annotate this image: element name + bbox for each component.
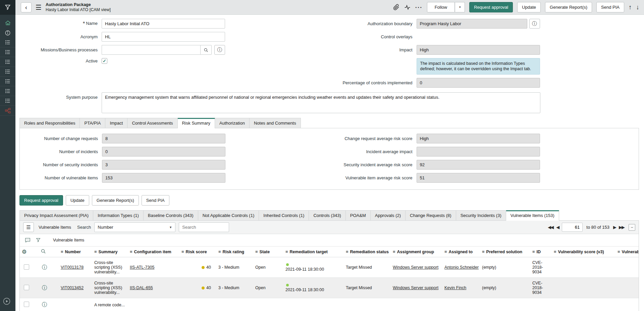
- tab-roles-and-responsibilities[interactable]: Roles and Responsibilities: [19, 118, 80, 128]
- context-menu-icon[interactable]: ☰: [36, 4, 42, 11]
- tab-security-incidents[interactable]: Security Incidents (3): [456, 210, 506, 220]
- more-options-button[interactable]: ●●●: [415, 6, 423, 8]
- sidebar-item-list-4[interactable]: [0, 67, 15, 77]
- name-input[interactable]: [102, 19, 225, 29]
- column-menu-icon[interactable]: ≡: [94, 249, 97, 254]
- row-checkbox[interactable]: [24, 285, 29, 290]
- column-menu-icon[interactable]: ≡: [130, 249, 132, 254]
- tab-information-types[interactable]: Information Types (1): [93, 210, 144, 220]
- follow-button[interactable]: Follow: [427, 2, 455, 12]
- play-circle-icon[interactable]: [3, 297, 11, 305]
- column-menu-icon[interactable]: ≡: [532, 249, 535, 254]
- column-menu-icon[interactable]: ≡: [255, 249, 258, 254]
- send-pia-button-bottom[interactable]: Send PIA: [142, 195, 169, 206]
- filter-navigator-toggle[interactable]: [0, 0, 15, 15]
- column-menu-icon[interactable]: ≡: [218, 249, 221, 254]
- sidebar-item-list-2[interactable]: [0, 47, 15, 57]
- generate-reports-button-bottom[interactable]: Generate Report(s): [92, 195, 139, 206]
- column-menu-icon[interactable]: ≡: [482, 249, 485, 254]
- scroll-up-button[interactable]: ↑: [629, 4, 632, 11]
- request-approval-button[interactable]: Request approval: [469, 2, 513, 12]
- tab-impact[interactable]: Impact: [105, 118, 127, 128]
- previous-page-button[interactable]: ◀: [556, 225, 559, 230]
- missions-input[interactable]: [102, 45, 200, 55]
- request-approval-button-bottom[interactable]: Request approval: [19, 195, 63, 206]
- last-page-button[interactable]: ▶▶: [619, 225, 624, 230]
- list-search-input[interactable]: [179, 222, 229, 232]
- column-header-preferred-solution[interactable]: ≡Preferred solution: [480, 247, 530, 257]
- collapse-list-button[interactable]: −: [629, 224, 635, 231]
- sidebar-item-list-7[interactable]: [0, 96, 15, 106]
- column-header-assignment-group[interactable]: ≡Assignment group: [391, 247, 442, 257]
- current-row-input[interactable]: [562, 223, 583, 232]
- tab-change-requests[interactable]: Change Requests (8): [406, 210, 456, 220]
- scroll-down-button[interactable]: ↓: [636, 4, 640, 11]
- tab-privacy-impact-assessment[interactable]: Privacy Impact Assessment (PIA): [19, 210, 93, 220]
- send-pia-button[interactable]: Send PIA: [596, 2, 624, 12]
- missions-lookup-button[interactable]: [200, 45, 212, 55]
- tab-baseline-controls[interactable]: Baseline Controls (343): [144, 210, 198, 220]
- column-menu-icon[interactable]: ≡: [285, 249, 288, 254]
- column-header-summary[interactable]: ≡Summary: [92, 247, 128, 257]
- row-info-icon[interactable]: ⓘ: [42, 285, 47, 291]
- sidebar-item-list-1[interactable]: [0, 38, 15, 47]
- sidebar-item-hierarchy[interactable]: [0, 106, 15, 116]
- assignment-group-link[interactable]: Windows Server support: [393, 265, 438, 270]
- list-context-menu-button[interactable]: ☰: [23, 222, 34, 232]
- tab-pta-pia[interactable]: PTA/PIA: [80, 118, 105, 128]
- generate-reports-button[interactable]: Generate Report(s): [545, 2, 592, 12]
- tab-approvals[interactable]: Approvals (2): [371, 210, 406, 220]
- sidebar-item-list-6[interactable]: [0, 86, 15, 96]
- column-menu-icon[interactable]: ≡: [346, 249, 348, 254]
- update-button[interactable]: Update: [517, 2, 541, 12]
- column-menu-icon[interactable]: ≡: [181, 249, 184, 254]
- chat-bubble-icon[interactable]: [24, 237, 31, 243]
- row-info-icon[interactable]: ⓘ: [42, 264, 47, 270]
- tab-not-applicable-controls[interactable]: Not Applicable Controls (1): [198, 210, 259, 220]
- active-checkbox[interactable]: ✓: [102, 58, 107, 64]
- vit-number-link[interactable]: VIT0013178: [61, 265, 84, 270]
- tab-vulnerable-items[interactable]: Vulnerable Items (153): [506, 210, 559, 221]
- missions-info-button[interactable]: ⓘ: [214, 45, 225, 55]
- tab-inherited-controls[interactable]: Inherited Controls (1): [259, 210, 309, 220]
- personalize-list-gear-icon[interactable]: ⚙: [22, 249, 26, 255]
- configuration-item-link[interactable]: IIS-ATL-7305: [130, 265, 154, 270]
- assigned-to-link[interactable]: Antonio Schneider: [444, 265, 479, 270]
- system-purpose-textarea[interactable]: Emergency management system that warns a…: [102, 92, 540, 113]
- acronym-input[interactable]: [102, 32, 225, 42]
- assigned-to-link[interactable]: Kevin Finch: [444, 285, 466, 290]
- list-breadcrumb[interactable]: Vulnerable Items: [53, 238, 84, 242]
- search-field-select[interactable]: Number ▼: [94, 222, 175, 232]
- column-header-state[interactable]: ≡State: [253, 247, 283, 257]
- tab-risk-summary[interactable]: Risk Summary: [178, 118, 215, 128]
- column-menu-icon[interactable]: ≡: [393, 249, 395, 254]
- sidebar-item-home[interactable]: [0, 18, 15, 28]
- tab-authorization[interactable]: Authorization: [215, 118, 250, 128]
- column-header-vulnerability[interactable]: ≡Vulnerability: [615, 247, 639, 257]
- column-header-number[interactable]: ≡Number: [59, 247, 92, 257]
- tab-control-assessments[interactable]: Control Assessments: [127, 118, 177, 128]
- sidebar-item-list-3[interactable]: [0, 57, 15, 67]
- column-header-assigned-to[interactable]: ≡Assigned to: [442, 247, 480, 257]
- column-header-risk-score[interactable]: ≡Risk score: [179, 247, 216, 257]
- tab-notes-and-comments[interactable]: Notes and Comments: [250, 118, 301, 128]
- next-page-button[interactable]: ▶: [613, 225, 616, 230]
- first-page-button[interactable]: ◀◀: [548, 225, 553, 230]
- authorization-boundary-info-button[interactable]: ⓘ: [529, 19, 540, 29]
- column-header-vulnerability-score-v3[interactable]: ≡Vulnerability score (v3): [552, 247, 615, 257]
- sidebar-item-list-5[interactable]: [0, 77, 15, 86]
- attachment-button[interactable]: [393, 4, 399, 10]
- column-menu-icon[interactable]: ≡: [618, 249, 620, 254]
- column-menu-icon[interactable]: ≡: [61, 249, 63, 254]
- row-checkbox[interactable]: [24, 264, 29, 270]
- update-button-bottom[interactable]: Update: [66, 195, 89, 206]
- filter-funnel-icon[interactable]: [36, 237, 41, 243]
- tab-poam[interactable]: POA&M: [346, 210, 371, 220]
- column-menu-icon[interactable]: ≡: [554, 249, 556, 254]
- row-checkbox[interactable]: [24, 302, 29, 307]
- vit-number-link[interactable]: VIT0013452: [61, 285, 84, 290]
- column-header-risk-rating[interactable]: ≡Risk rating: [216, 247, 253, 257]
- list-search-toggle-icon[interactable]: [41, 249, 46, 254]
- row-info-icon[interactable]: ⓘ: [42, 302, 47, 307]
- column-header-configuration-item[interactable]: ≡Configuration item: [128, 247, 179, 257]
